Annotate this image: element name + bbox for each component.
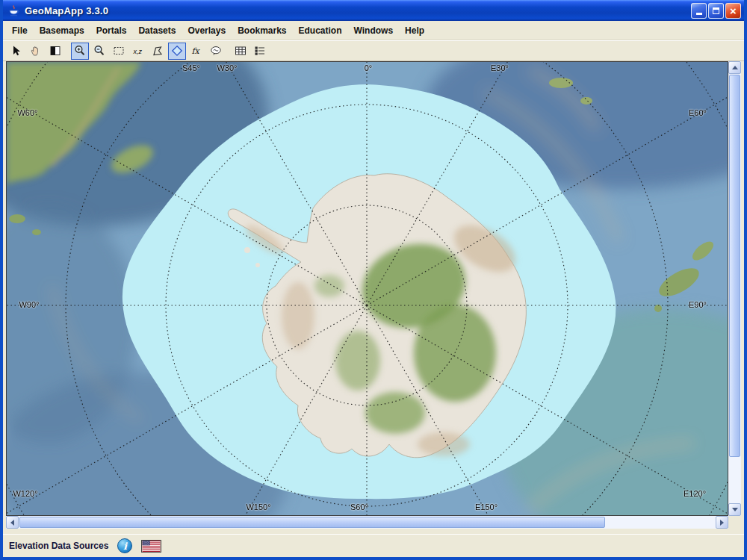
minimize-button[interactable]	[691, 3, 707, 19]
pan-tool-button[interactable]	[27, 43, 45, 60]
fx-icon: fx	[190, 45, 202, 57]
map-viewport[interactable]: S45° W30° 0° E30° W60° W90° W120° E60° E…	[6, 61, 728, 516]
java-cup-icon	[7, 4, 20, 17]
vertical-scrollbar[interactable]	[728, 61, 741, 516]
graticule-label-w90: W90°	[19, 300, 39, 309]
zoom-out-magnifier-icon	[93, 45, 105, 57]
minimize-icon	[696, 13, 702, 15]
dashed-rectangle-icon	[113, 45, 125, 57]
grid-tool-button[interactable]	[232, 43, 249, 60]
horizontal-scroll-thumb[interactable]	[19, 517, 605, 528]
maximize-icon	[713, 7, 719, 14]
zoom-box-tool-button[interactable]	[110, 43, 128, 60]
scroll-up-button[interactable]	[728, 61, 741, 74]
app-window: GeoMapApp 3.3.0 × File Basemaps Portals …	[0, 0, 747, 560]
profile-tool-button[interactable]: x,z	[129, 43, 147, 60]
info-icon[interactable]: i	[117, 538, 132, 553]
status-label: Elevation Data Sources	[9, 541, 108, 551]
us-flag-icon[interactable]	[141, 540, 161, 553]
polygon-arrow-icon	[152, 45, 164, 57]
menu-item-basemaps[interactable]: Basemaps	[34, 22, 90, 39]
list-icon	[254, 45, 266, 57]
menu-item-file[interactable]: File	[6, 22, 34, 39]
tool-bar: x,z fx	[3, 40, 744, 61]
graticule-label-0: 0°	[365, 63, 373, 72]
horizontal-scroll-track[interactable]	[19, 516, 716, 529]
scroll-left-button[interactable]	[6, 516, 19, 529]
vertical-scroll-thumb[interactable]	[729, 75, 740, 457]
graticule-label-w150: W150°	[246, 503, 270, 511]
title-bar: GeoMapApp 3.3.0 ×	[3, 0, 744, 21]
menu-item-windows[interactable]: Windows	[348, 22, 400, 39]
menu-bar: File Basemaps Portals Datasets Overlays …	[3, 21, 744, 40]
map-region: S45° W30° 0° E30° W60° W90° W120° E60° E…	[6, 61, 741, 529]
graticule-label-w30: W30°	[217, 63, 237, 72]
arrow-down-icon	[732, 508, 738, 511]
scrollbar-corner	[728, 516, 741, 529]
map-canvas[interactable]	[7, 62, 728, 515]
scribble-bubble-icon	[210, 45, 222, 57]
close-button[interactable]: ×	[725, 3, 741, 19]
annotation-tool-button[interactable]	[207, 43, 225, 60]
contrast-tool-button[interactable]	[46, 43, 64, 60]
arrow-up-icon	[732, 66, 738, 69]
graticule-label-e90: E90°	[689, 300, 707, 309]
zoom-out-tool-button[interactable]	[90, 43, 108, 60]
shape-tool-button[interactable]	[168, 43, 186, 60]
digitize-tool-button[interactable]	[149, 43, 167, 60]
blue-diamond-icon	[171, 45, 183, 57]
hand-icon	[30, 45, 42, 57]
graticule-label-e30: E30°	[491, 63, 509, 72]
horizontal-scrollbar[interactable]	[6, 516, 728, 529]
menu-item-help[interactable]: Help	[399, 22, 430, 39]
graticule-label-s45: S45°	[182, 63, 200, 72]
cursor-arrow-icon	[10, 45, 22, 57]
menu-item-bookmarks[interactable]: Bookmarks	[232, 22, 292, 39]
graticule-label-w120: W120°	[13, 489, 37, 498]
contrast-square-icon	[49, 45, 61, 57]
graticule-label-e120: E120°	[684, 489, 706, 498]
select-tool-button[interactable]	[7, 43, 25, 60]
vertical-scroll-track[interactable]	[728, 74, 741, 503]
arrow-left-icon	[10, 520, 14, 526]
svg-text:x,z: x,z	[133, 48, 143, 55]
close-icon: ×	[730, 5, 737, 16]
function-tool-button[interactable]: fx	[187, 43, 205, 60]
grid-table-icon	[235, 45, 247, 57]
svg-text:fx: fx	[192, 46, 201, 56]
arrow-right-icon	[720, 520, 724, 526]
scroll-right-button[interactable]	[716, 516, 728, 529]
menu-item-education[interactable]: Education	[293, 22, 348, 39]
zoom-in-tool-button[interactable]	[71, 43, 89, 60]
menu-item-datasets[interactable]: Datasets	[132, 22, 182, 39]
graticule-label-e150: E150°	[475, 503, 498, 511]
spacer	[3, 529, 744, 534]
graticule-label-e60: E60°	[689, 108, 707, 117]
menu-item-portals[interactable]: Portals	[90, 22, 133, 39]
graticule-label-w60: W60°	[17, 108, 37, 117]
layers-tool-button[interactable]	[251, 43, 269, 60]
xz-profile-icon: x,z	[132, 45, 144, 57]
scroll-down-button[interactable]	[728, 503, 741, 516]
zoom-in-magnifier-icon	[74, 45, 86, 57]
status-bar: Elevation Data Sources i	[3, 534, 744, 557]
graticule-label-s60: S60°	[350, 503, 368, 511]
window-title: GeoMapApp 3.3.0	[25, 5, 689, 16]
maximize-button[interactable]	[708, 3, 724, 19]
menu-item-overlays[interactable]: Overlays	[182, 22, 232, 39]
